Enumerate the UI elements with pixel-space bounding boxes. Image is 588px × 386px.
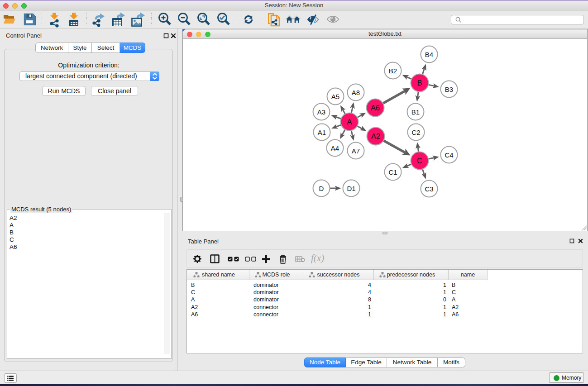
svg-text:C1: C1 [388, 168, 397, 176]
svg-text:A8: A8 [352, 89, 360, 96]
svg-text:A6: A6 [371, 104, 380, 112]
svg-text:D: D [319, 185, 324, 192]
svg-text:A3: A3 [317, 108, 325, 116]
svg-text:D1: D1 [347, 185, 355, 192]
svg-text:A: A [347, 118, 352, 126]
svg-text:B1: B1 [411, 108, 420, 116]
svg-text:C4: C4 [445, 151, 453, 159]
svg-text:A4: A4 [331, 144, 339, 152]
svg-text:A1: A1 [318, 129, 326, 136]
svg-text:C2: C2 [411, 129, 420, 136]
svg-text:A7: A7 [352, 147, 360, 155]
svg-text:B4: B4 [425, 51, 433, 58]
svg-text:C: C [417, 157, 422, 165]
svg-text:A2: A2 [371, 132, 380, 140]
svg-text:C3: C3 [425, 185, 433, 193]
svg-text:B: B [417, 79, 422, 87]
svg-text:B3: B3 [445, 86, 453, 93]
svg-text:B2: B2 [389, 67, 397, 75]
svg-text:A5: A5 [331, 93, 339, 100]
